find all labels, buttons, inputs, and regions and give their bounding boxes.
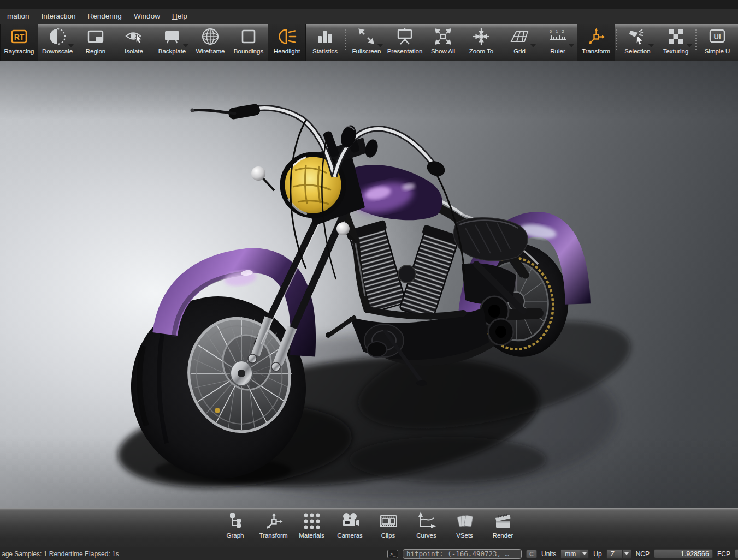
toolbar-item-raytracing[interactable]: RTRaytracing	[0, 24, 38, 61]
units-select[interactable]: mm	[560, 549, 589, 559]
toolbar-item-label: Boundings	[234, 48, 263, 55]
toolbar-item-label: Downscale	[42, 48, 73, 55]
toolbar-item-grid[interactable]: Grid	[500, 24, 539, 61]
fullscreen-icon	[356, 26, 377, 47]
toolbar-item-label: Selection	[624, 48, 650, 55]
hitpoint-field[interactable]: hitpoint: (-166.490723, …	[403, 549, 522, 559]
transform-icon	[263, 511, 284, 531]
dropdown-arrow-icon[interactable]	[68, 44, 74, 47]
selection-icon	[627, 26, 648, 47]
fcp-label: FCP	[717, 550, 730, 558]
toolbar-item-vsets[interactable]: VSets	[447, 508, 483, 539]
menu-item-window[interactable]: Window	[128, 11, 166, 21]
toolbar-item-headlight[interactable]: Headlight	[268, 24, 306, 61]
toolbar-item-materials[interactable]: Materials	[294, 508, 330, 539]
toolbar-item-label: Zoom To	[469, 48, 494, 55]
menu-item-help[interactable]: Help	[166, 11, 193, 21]
toolbar-item-show-all[interactable]: Show All	[424, 24, 462, 61]
up-axis-value: Z	[607, 550, 622, 558]
menu-help-rest: elp	[178, 12, 187, 20]
texturing-icon	[665, 26, 686, 47]
toolbar-item-label: Transform	[582, 48, 610, 55]
statusbar: age Samples: 1 Rendertime Elapsed: 1s >_…	[0, 547, 738, 560]
clips-icon	[378, 511, 399, 531]
region-icon	[85, 26, 106, 47]
zoom-to-icon	[471, 26, 492, 47]
toolbar-item-simple-ui[interactable]: UISimple U	[698, 24, 736, 61]
toolbar-item-selection[interactable]: Selection	[618, 24, 657, 61]
render-icon	[493, 511, 513, 531]
toolbar-item-transform[interactable]: Transform	[577, 24, 615, 61]
toolbar-item-texturing[interactable]: Texturing	[657, 24, 695, 61]
menu-item-animation[interactable]: mation	[1, 11, 36, 21]
svg-text:RT: RT	[14, 33, 25, 41]
show-all-icon	[433, 26, 453, 47]
toolbar-item-graph[interactable]: Graph	[217, 508, 253, 539]
toolbar-item-zoom-to[interactable]: Zoom To	[462, 24, 500, 61]
chevron-down-icon[interactable]	[580, 550, 588, 558]
main-toolbar: RTRaytracingDownscaleRegionIsolateBackpl…	[0, 24, 738, 61]
dropdown-arrow-icon[interactable]	[607, 44, 612, 47]
toolbar-item-backplate[interactable]: Backplate	[153, 24, 191, 61]
toolbar-item-label: Materials	[299, 532, 324, 539]
dropdown-arrow-icon[interactable]	[530, 44, 536, 47]
toolbar-item-presentation[interactable]: Presentation	[386, 24, 424, 61]
dropdown-arrow-icon[interactable]	[687, 44, 692, 47]
toolbar-item-label: Presentation	[387, 48, 423, 55]
toolbar-item-label: Backplate	[158, 48, 186, 55]
toolbar-item-label: Statistics	[312, 48, 338, 55]
toolbar-item-label: Transform	[259, 532, 288, 539]
menu-item-rendering[interactable]: Rendering	[82, 11, 128, 21]
toolbar-item-curves[interactable]: Curves	[409, 508, 445, 539]
toolbar-separator	[616, 29, 617, 50]
toolbar-item-render[interactable]: Render	[485, 508, 521, 539]
cameras-icon	[340, 511, 361, 531]
svg-text:0 1 2: 0 1 2	[550, 29, 565, 34]
toolbar-item-downscale[interactable]: Downscale	[38, 24, 76, 61]
toolbar-item-label: Wireframe	[196, 48, 225, 55]
toolbar-item-label: Graph	[227, 532, 244, 539]
vsets-icon	[454, 511, 475, 531]
svg-text:UI: UI	[714, 33, 721, 41]
isolate-icon	[123, 26, 144, 47]
dropdown-arrow-icon[interactable]	[377, 44, 383, 47]
chevron-down-icon[interactable]	[622, 550, 631, 558]
toolbar-item-isolate[interactable]: Isolate	[115, 24, 153, 61]
menu-item-interaction[interactable]: Interaction	[36, 11, 82, 21]
toolbar-item-label: Render	[493, 532, 513, 539]
dropdown-arrow-icon[interactable]	[569, 44, 574, 47]
backplate-icon	[162, 26, 182, 47]
toolbar-item-cameras[interactable]: Cameras	[332, 508, 368, 539]
module-toolbar: GraphTransformMaterialsCamerasClipsCurve…	[0, 508, 738, 547]
toolbar-item-fullscreen[interactable]: Fullscreen	[347, 24, 386, 61]
terminal-icon[interactable]: >_	[387, 550, 398, 558]
ruler-icon: 0 1 2	[547, 26, 568, 47]
toolbar-item-label: Ruler	[550, 48, 565, 55]
toolbar-item-ruler[interactable]: 0 1 2Ruler	[539, 24, 577, 61]
units-value: mm	[561, 550, 580, 558]
toolbar-separator	[695, 29, 697, 50]
toolbar-item-wireframe[interactable]: Wireframe	[191, 24, 229, 61]
toolbar-separator	[345, 29, 346, 50]
units-label: Units	[541, 550, 556, 558]
render-stats-text: age Samples: 1 Rendertime Elapsed: 1s	[2, 550, 119, 558]
downscale-icon	[47, 26, 68, 47]
ncp-value-field[interactable]: 1.928566	[654, 549, 713, 558]
toolbar-item-clips[interactable]: Clips	[370, 508, 406, 539]
toolbar-item-label: Raytracing	[4, 48, 34, 55]
dropdown-arrow-icon[interactable]	[183, 44, 188, 47]
toolbar-item-statistics[interactable]: Statistics	[306, 24, 344, 61]
viewport-3d-render[interactable]	[0, 61, 738, 508]
wireframe-icon	[200, 26, 221, 47]
c-button[interactable]: C	[526, 550, 537, 558]
menubar: mation Interaction Rendering Window Help	[0, 0, 738, 24]
menu-help-accelerator: H	[172, 12, 178, 20]
dropdown-arrow-icon[interactable]	[648, 44, 654, 47]
toolbar-item-label: Cameras	[337, 532, 363, 539]
toolbar-item-region[interactable]: Region	[76, 24, 115, 61]
up-axis-select[interactable]: Z	[606, 549, 631, 559]
toolbar-item-transform[interactable]: Transform	[256, 508, 292, 539]
fcp-value-field[interactable]	[735, 549, 738, 558]
toolbar-item-boundings[interactable]: Boundings	[229, 24, 268, 61]
simple-ui-icon: UI	[707, 26, 728, 47]
